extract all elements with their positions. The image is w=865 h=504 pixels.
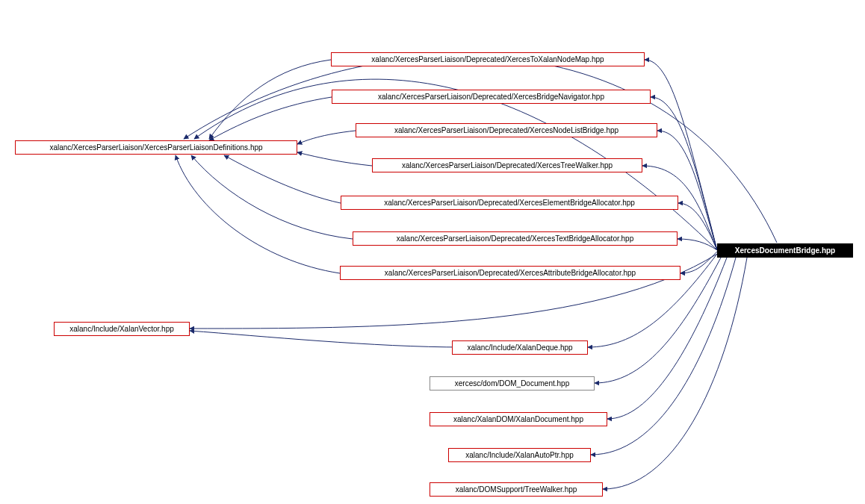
node-nodelist-bridge[interactable]: xalanc/XercesParserLiaison/Deprecated/Xe…	[356, 123, 657, 137]
node-bridge-navigator[interactable]: xalanc/XercesParserLiaison/Deprecated/Xe…	[332, 90, 651, 104]
node-parser-defs[interactable]: xalanc/XercesParserLiaison/XercesParserL…	[15, 140, 297, 155]
node-domsupport-treewalker[interactable]: xalanc/DOMSupport/TreeWalker.hpp	[430, 482, 603, 497]
node-element-allocator[interactable]: xalanc/XercesParserLiaison/Deprecated/Xe…	[341, 196, 678, 210]
node-xalan-autoptr[interactable]: xalanc/Include/XalanAutoPtr.hpp	[448, 448, 591, 462]
node-dom-document[interactable]: xercesc/dom/DOM_Document.hpp	[430, 376, 595, 391]
node-text-allocator[interactable]: xalanc/XercesParserLiaison/Deprecated/Xe…	[353, 231, 678, 246]
node-xalan-document[interactable]: xalanc/XalanDOM/XalanDocument.hpp	[430, 412, 607, 426]
node-xalan-deque[interactable]: xalanc/Include/XalanDeque.hpp	[452, 340, 588, 355]
node-xalan-vector[interactable]: xalanc/Include/XalanVector.hpp	[54, 322, 190, 336]
node-to-xalan-node-map[interactable]: xalanc/XercesParserLiaison/Deprecated/Xe…	[331, 52, 645, 66]
node-attribute-allocator[interactable]: xalanc/XercesParserLiaison/Deprecated/Xe…	[340, 266, 680, 280]
node-tree-walker-deprecated[interactable]: xalanc/XercesParserLiaison/Deprecated/Xe…	[372, 158, 642, 172]
root-node[interactable]: XercesDocumentBridge.hpp	[717, 243, 853, 258]
